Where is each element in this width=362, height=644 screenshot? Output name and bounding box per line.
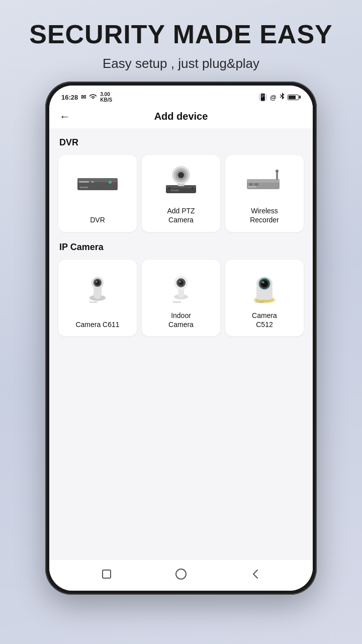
c512-image: loocam: [230, 267, 299, 307]
section-dvr-label: DVR: [58, 137, 304, 148]
nav-square-btn[interactable]: [99, 567, 114, 582]
section-ipcam-label: IP Camera: [58, 242, 304, 253]
nav-title: Add device: [154, 111, 208, 122]
top-nav: ← Add device: [49, 106, 313, 128]
notification-icon: ✉: [81, 94, 86, 101]
svg-text:loocam: loocam: [173, 300, 181, 303]
vibrate-icon: 📳: [258, 93, 267, 101]
phone-device: 16:28 ✉ 3.00KB/S 📳 @ ←: [45, 82, 317, 595]
svg-point-46: [261, 281, 264, 283]
content-area: DVR loocam: [49, 128, 313, 559]
nav-home-btn[interactable]: [173, 567, 189, 582]
svg-point-50: [176, 569, 186, 579]
battery-icon: [288, 95, 301, 100]
svg-point-30: [95, 280, 100, 285]
svg-point-16: [168, 187, 170, 189]
wifi-icon: [89, 94, 97, 101]
phone-screen: 16:28 ✉ 3.00KB/S 📳 @ ←: [49, 86, 313, 591]
svg-rect-49: [103, 570, 111, 578]
svg-point-15: [178, 172, 184, 178]
time-display: 16:28: [61, 94, 78, 101]
svg-text:loocam: loocam: [248, 185, 256, 188]
indoor-label: Indoor Camera: [168, 311, 194, 329]
wireless-recorder-image: loocam: [230, 162, 299, 202]
svg-point-7: [113, 181, 115, 183]
c512-label: Camera C512: [252, 311, 277, 329]
status-right: 📳 @: [258, 92, 301, 102]
back-button[interactable]: ←: [59, 110, 70, 123]
device-card-wireless-recorder[interactable]: loocam Wireless Recorder: [225, 155, 304, 231]
dvr-image: loocam: [63, 162, 132, 202]
bluetooth-icon: [280, 92, 285, 102]
device-card-dvr[interactable]: loocam DVR: [58, 155, 137, 231]
wireless-recorder-label: Wireless Recorder: [250, 206, 279, 224]
at-icon: @: [270, 94, 277, 101]
svg-point-31: [96, 281, 98, 282]
device-card-c512[interactable]: loocam Camera C512: [225, 260, 304, 336]
svg-text:loocam: loocam: [80, 186, 88, 189]
svg-rect-5: [91, 181, 94, 183]
status-bar: 16:28 ✉ 3.00KB/S 📳 @: [49, 86, 313, 106]
square-icon: [101, 568, 113, 580]
svg-point-38: [179, 281, 181, 282]
svg-rect-20: [247, 179, 280, 183]
svg-text:loocam: loocam: [171, 189, 179, 192]
svg-point-22: [276, 170, 279, 173]
indoor-image: loocam: [147, 267, 215, 307]
device-card-c611[interactable]: loocam Camera C611: [58, 260, 137, 336]
svg-text:loocam: loocam: [255, 300, 263, 303]
device-card-ptz[interactable]: loocam Add PTZ Camera: [142, 155, 220, 231]
svg-rect-4: [79, 181, 89, 183]
device-card-indoor[interactable]: loocam Indoor Camera: [142, 260, 220, 336]
back-triangle-icon: [249, 568, 261, 580]
ptz-label: Add PTZ Camera: [167, 206, 195, 224]
svg-point-17: [192, 187, 194, 189]
ptz-image: loocam: [147, 162, 215, 202]
page-subtitle: Easy setup , just plug&play: [29, 56, 333, 71]
circle-icon: [175, 568, 187, 580]
status-left: 16:28 ✉ 3.00KB/S: [61, 92, 112, 103]
data-speed: 3.00KB/S: [100, 92, 112, 103]
svg-text:loocam: loocam: [89, 300, 98, 303]
nav-back-btn[interactable]: [248, 567, 263, 582]
svg-point-6: [109, 181, 112, 184]
page-header: SECURITY MADE EASY Easy setup , just plu…: [9, 0, 353, 82]
page-title: SECURITY MADE EASY: [29, 20, 333, 49]
c611-image: loocam: [63, 267, 132, 307]
c611-label: Camera C611: [75, 320, 119, 329]
dvr-label: DVR: [90, 215, 105, 224]
svg-point-45: [261, 280, 268, 287]
dvr-device-grid: loocam DVR: [58, 155, 304, 231]
ipcam-device-grid: loocam Camera C611: [58, 260, 304, 336]
bottom-nav: [49, 559, 313, 591]
svg-point-37: [178, 280, 184, 285]
